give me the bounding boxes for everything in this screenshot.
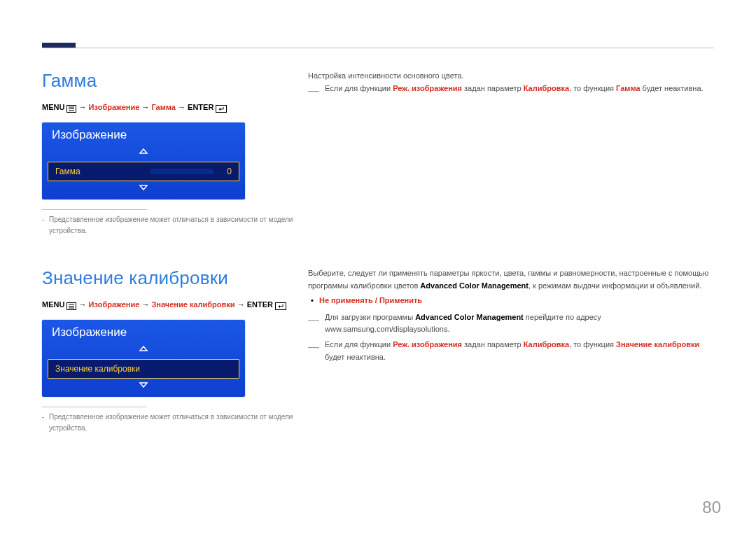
osd-slider[interactable]	[150, 169, 214, 174]
note-text: будет неактивна.	[325, 353, 386, 361]
enter-label: ENTER	[188, 103, 214, 111]
note-text: Если для функции	[325, 84, 393, 92]
note-text: , то функция	[569, 340, 616, 349]
menu-icon	[66, 104, 76, 113]
calib-accent: Калибровка	[524, 340, 569, 349]
calibration-title: Значение калибровки	[42, 267, 294, 289]
calib-right-column: Выберите, следует ли применять параметры…	[308, 267, 714, 366]
calibration-paragraph: Выберите, следует ли применять параметры…	[308, 267, 714, 292]
osd-value: 0	[222, 167, 232, 176]
calib-left-column: Значение калибровки MENU → Изображение →…	[42, 267, 308, 434]
header-rule	[42, 48, 714, 48]
gamma-caption: Представленное изображение может отличат…	[42, 214, 294, 237]
acm-label: Advanced Color Management	[415, 313, 524, 321]
calibration-caption: Представленное изображение может отличат…	[42, 412, 294, 434]
acm-label: Advanced Color Management	[420, 281, 528, 290]
calibration-osd-panel: Изображение Значение калибровки	[42, 320, 245, 397]
section-calibration: Значение калибровки MENU → Изображение →…	[42, 267, 714, 434]
note-text: будет неактивна.	[640, 84, 704, 92]
path-item: Изображение	[89, 103, 140, 111]
gamma-inactive-note: ― Если для функции Реж. изображения зада…	[308, 83, 714, 95]
caption-rule	[42, 209, 147, 210]
arrow: →	[141, 300, 149, 309]
menu-icon	[66, 302, 76, 310]
gamma-title: Гамма	[42, 70, 294, 92]
calib-accent: Калибровка	[524, 84, 569, 92]
osd-item-label: Значение калибровки	[55, 364, 232, 374]
options-text: Не применять / Применить	[319, 296, 422, 304]
page-content: Гамма MENU → Изображение → Гамма → ENTER	[42, 70, 714, 506]
para-text: , к режимам выдачи информации и объявлен…	[528, 281, 701, 290]
osd-down-arrow[interactable]	[42, 381, 245, 393]
menu-label: MENU	[42, 103, 64, 111]
note-text: Для загрузки программы	[325, 313, 415, 321]
gamma-osd-panel: Изображение Гамма 0	[42, 122, 245, 199]
note-text: перейдите по адресу	[524, 313, 601, 321]
cv-accent: Значение калибровки	[616, 340, 699, 349]
arrow: →	[178, 103, 186, 111]
enter-label: ENTER	[247, 300, 273, 309]
options-bullet: Не применять / Применить	[308, 295, 714, 307]
arrow: →	[79, 103, 87, 111]
note-text: Если для функции	[325, 340, 393, 349]
gamma-right-column: Настройка интенсивности основного цвета.…	[308, 70, 714, 97]
osd-down-arrow[interactable]	[42, 184, 245, 195]
gamma-accent: Гамма	[616, 84, 640, 92]
gamma-menu-path: MENU → Изображение → Гамма → ENTER	[42, 103, 294, 113]
note-text: , то функция	[569, 84, 616, 92]
enter-icon	[275, 302, 286, 310]
osd-item-calibration-value[interactable]: Значение калибровки	[48, 359, 239, 379]
arrow: →	[79, 300, 87, 309]
enter-icon	[216, 104, 227, 113]
page-number: 80	[702, 498, 721, 517]
arrow: →	[141, 103, 149, 111]
arrow: →	[237, 300, 245, 309]
menu-label: MENU	[42, 300, 64, 309]
mode-accent: Реж. изображения	[393, 340, 462, 349]
caption-rule	[42, 407, 147, 407]
manual-page: Гамма MENU → Изображение → Гамма → ENTER	[0, 0, 756, 534]
section-gamma: Гамма MENU → Изображение → Гамма → ENTER	[42, 70, 714, 237]
osd-up-arrow[interactable]	[42, 148, 245, 159]
calibration-inactive-note: ― Если для функции Реж. изображения зада…	[308, 339, 714, 363]
osd-item-label: Гамма	[55, 167, 150, 176]
note-dash-icon: ―	[308, 338, 319, 356]
osd-header: Изображение	[42, 320, 245, 345]
note-text: задан параметр	[462, 84, 524, 92]
mode-accent: Реж. изображения	[393, 84, 462, 92]
gamma-left-column: Гамма MENU → Изображение → Гамма → ENTER	[42, 70, 308, 237]
path-item: Гамма	[151, 103, 175, 111]
download-note: ― Для загрузки программы Advanced Color …	[308, 311, 714, 336]
note-text: задан параметр	[462, 340, 524, 349]
path-item: Значение калибровки	[151, 300, 234, 309]
path-item: Изображение	[89, 300, 140, 309]
osd-up-arrow[interactable]	[42, 345, 245, 356]
osd-header: Изображение	[42, 122, 245, 148]
note-dash-icon: ―	[308, 82, 319, 100]
note-dash-icon: ―	[308, 311, 319, 329]
gamma-desc-line: Настройка интенсивности основного цвета.	[308, 70, 714, 83]
calibration-menu-path: MENU → Изображение → Значение калибровки…	[42, 300, 294, 310]
osd-item-gamma[interactable]: Гамма 0	[48, 162, 239, 181]
download-url: www.samsung.com/displaysolutions.	[325, 325, 450, 333]
